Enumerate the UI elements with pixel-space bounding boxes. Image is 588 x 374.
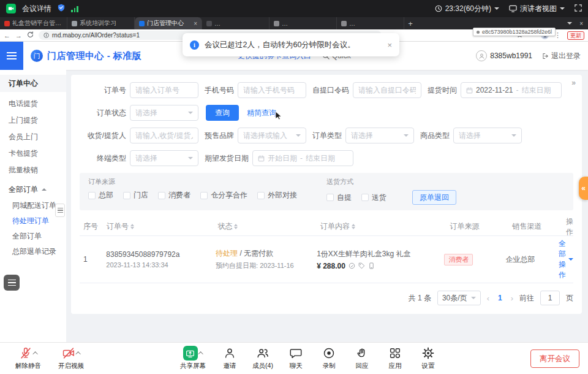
record-icon	[322, 346, 336, 360]
sidebar-group-all-orders[interactable]: 全部订单	[0, 181, 66, 198]
order-type-select[interactable]: 请选择	[345, 128, 414, 143]
expect-date-range[interactable]: 开始日期 - 结束日期	[252, 150, 353, 166]
goto-page-input[interactable]: 1	[540, 291, 560, 305]
toast-close-icon[interactable]: ×	[387, 40, 392, 50]
unmute-button[interactable]: 解除静音	[9, 346, 48, 370]
order-status-select[interactable]: 请选择	[130, 105, 198, 121]
chevron-up-icon[interactable]	[32, 351, 37, 356]
col-status[interactable]: 状态	[217, 221, 320, 232]
terminal-type-select[interactable]: 请选择	[130, 150, 198, 166]
col-order-no[interactable]: 订单号	[107, 221, 218, 232]
sidebar-item-member-visit[interactable]: 会员上门	[0, 129, 66, 145]
checkbox-delivery-selfpickup[interactable]: 自提	[326, 193, 352, 203]
checkbox-icon	[361, 194, 369, 201]
next-page-button[interactable]: ›	[511, 294, 513, 303]
chevron-down-icon	[188, 157, 193, 159]
floating-list-button[interactable]	[4, 275, 20, 291]
forward-icon[interactable]: →	[15, 32, 22, 39]
sidebar-collapse-handle[interactable]	[55, 204, 65, 217]
checkbox-source-store[interactable]: 门店	[123, 190, 148, 200]
checkbox-source-hq[interactable]: 总部	[88, 190, 113, 200]
search-button[interactable]: 查询	[206, 105, 239, 121]
fullscreen-icon[interactable]	[575, 4, 582, 13]
update-badge[interactable]: 更新	[567, 31, 584, 40]
checkbox-source-consumer[interactable]: 消费者	[158, 190, 190, 200]
sort-icon[interactable]	[234, 224, 238, 229]
apps-button[interactable]: 应用	[377, 346, 413, 370]
browser-tab-6[interactable]: …	[337, 17, 404, 29]
row-action-dropdown[interactable]: 全部操作	[559, 239, 573, 280]
receiver-input[interactable]: 请输入,收货/提货人	[130, 128, 198, 143]
share-screen-button[interactable]: 共享屏幕	[175, 346, 211, 370]
invite-button[interactable]: 邀请	[212, 346, 247, 370]
sidebar-item-batch-verify[interactable]: 批量核销	[0, 162, 66, 178]
collapse-filters-icon[interactable]: »	[571, 78, 576, 87]
menu-toggle-button[interactable]	[0, 42, 23, 70]
brand-logo-icon: 门	[31, 50, 43, 62]
meeting-timer[interactable]: 23:32(60分钟)	[435, 4, 499, 14]
chevron-down-icon	[188, 112, 193, 114]
sort-icon[interactable]	[130, 224, 134, 229]
checkbox-source-warehouse-coop[interactable]: 仓分享合作	[200, 190, 247, 200]
logout-button[interactable]: 退出登录	[542, 51, 581, 61]
user-account[interactable]: 8385wb1991	[476, 50, 532, 61]
browser-tab-4[interactable]: …	[202, 17, 270, 29]
tab-favicon	[341, 21, 347, 26]
col-content[interactable]: 订单内容	[320, 221, 450, 232]
sort-icon[interactable]	[352, 224, 355, 229]
new-tab-button[interactable]: +	[404, 17, 417, 29]
simple-search-link[interactable]: 精简查询	[247, 108, 276, 118]
tab-search-icon[interactable]	[567, 22, 572, 25]
pickup-date-range[interactable]: 2022-11-21 - 结束日期	[461, 82, 562, 98]
cell-content: 1份XX生鲜羊肉礼盒3kg 礼盒 ¥ 288.00	[317, 249, 444, 270]
tab-close-icon[interactable]: ×	[194, 20, 197, 27]
sidebar-item-all-orders[interactable]: 全部订单	[0, 229, 66, 244]
reactions-button[interactable]: 回应	[344, 346, 380, 370]
start-video-button[interactable]: 开启视频	[51, 346, 91, 370]
window-close-icon[interactable]: ×	[579, 20, 583, 27]
return-original-order-button[interactable]: 原单退回	[412, 190, 456, 205]
sidebar-item-door-pickup[interactable]: 上门提货	[0, 112, 66, 129]
user-avatar-icon	[476, 50, 487, 61]
current-page[interactable]: 1	[496, 294, 505, 302]
page-size-select[interactable]: 30条/页	[437, 291, 481, 305]
checkbox-source-external[interactable]: 外部对接	[257, 190, 297, 200]
col-channel: 销售渠道	[512, 221, 566, 232]
browser-tab-active[interactable]: 门店管理中心 ×	[135, 17, 202, 29]
checkbox-icon	[257, 192, 265, 199]
settings-button[interactable]: 设置	[410, 346, 446, 370]
chevron-up-icon[interactable]	[75, 351, 80, 356]
col-action: 操作	[566, 216, 573, 237]
chevron-up-icon[interactable]	[198, 351, 203, 356]
leave-meeting-button[interactable]: 离开会议	[530, 349, 579, 368]
view-mode-button[interactable]: 演讲者视图	[509, 4, 565, 14]
tab-tooltip: e8c573980b1328a258fd2e6l	[473, 28, 556, 36]
apps-grid-icon	[388, 346, 402, 360]
browser-tab-5[interactable]: …	[270, 17, 337, 29]
main-content: » 订单号 请输入订单号 手机号码 请输入手机号码	[66, 70, 588, 342]
gear-icon	[421, 346, 435, 360]
browser-tab-1[interactable]: 礼盒营销平台管理中心	[0, 17, 67, 29]
back-icon[interactable]: ←	[4, 32, 10, 39]
chat-button[interactable]: 聊天	[278, 346, 314, 370]
sidebar-item-card-pickup[interactable]: 卡包提货	[0, 145, 66, 162]
checkbox-icon	[326, 194, 334, 201]
hand-icon	[355, 346, 369, 360]
pickup-code-input[interactable]: 请输入自提口令码	[353, 82, 421, 98]
meeting-title[interactable]: 会议详情	[22, 4, 51, 14]
meeting-toolbar: 解除静音 开启视频 共享屏幕	[0, 342, 588, 374]
goods-type-select[interactable]: 请选择	[453, 128, 522, 143]
cell-action: 全部操作	[559, 239, 573, 280]
members-button[interactable]: 成员(4)	[245, 346, 281, 370]
record-button[interactable]: 录制	[311, 346, 347, 370]
brand-select[interactable]: 请选择或输入	[238, 128, 306, 143]
sidebar-item-phone-pickup[interactable]: 电话提货	[0, 96, 66, 112]
refresh-icon[interactable]	[27, 31, 34, 39]
checkbox-delivery-deliver[interactable]: 送货	[361, 193, 386, 203]
phone-input[interactable]: 请输入手机号码	[238, 82, 306, 98]
meeting-panel-toggle[interactable]: «	[579, 177, 588, 200]
order-no-input[interactable]: 请输入订单号	[130, 82, 198, 98]
prev-page-button[interactable]: ‹	[487, 294, 489, 303]
sidebar-item-hq-refund-log[interactable]: 总部退单记录	[0, 244, 66, 259]
browser-tab-2[interactable]: 系统培训学习	[67, 17, 135, 29]
